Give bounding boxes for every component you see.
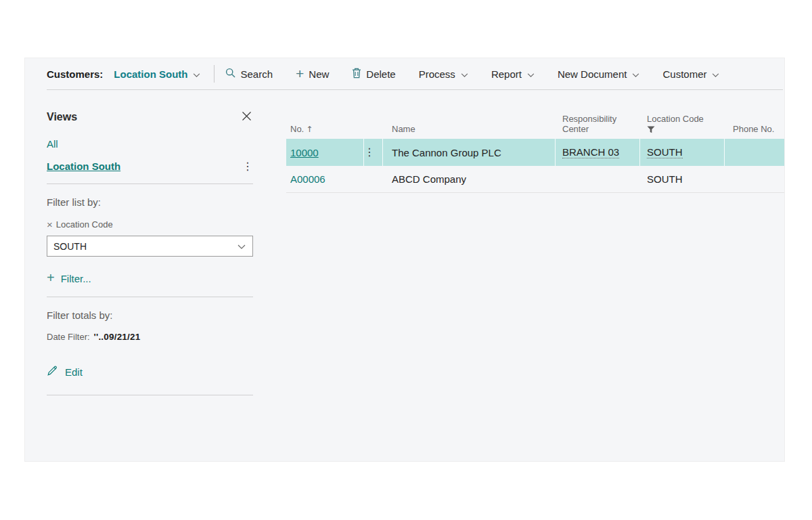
chevron-down-icon <box>238 241 246 252</box>
search-label: Search <box>241 68 273 80</box>
trash-icon <box>352 68 361 81</box>
chevron-down-icon <box>461 68 468 80</box>
new-label: New <box>309 68 329 80</box>
row-location-code-link[interactable]: SOUTH <box>647 146 683 158</box>
filter-value: SOUTH <box>53 241 87 252</box>
view-selector-dropdown[interactable]: Location South <box>114 68 200 80</box>
customer-menu-button[interactable]: Customer <box>662 68 719 80</box>
edit-label: Edit <box>65 366 83 378</box>
view-options-ellipsis-icon[interactable]: ⋮ <box>242 161 253 172</box>
search-button[interactable]: Search <box>225 68 273 81</box>
row-menu-ellipsis-icon[interactable]: ⋮ <box>364 147 375 158</box>
search-icon <box>225 68 236 81</box>
customers-list-card: Customers: Location South Search + New <box>24 58 785 462</box>
edit-filters-button[interactable]: Edit <box>47 365 253 378</box>
plus-icon: + <box>296 66 304 81</box>
sort-ascending-icon: ↑ <box>306 125 313 134</box>
delete-button[interactable]: Delete <box>352 68 395 81</box>
new-button[interactable]: + New <box>296 67 329 81</box>
views-title: Views <box>47 111 77 123</box>
view-item-location-south[interactable]: Location South <box>47 160 120 172</box>
report-label: Report <box>491 68 522 80</box>
add-filter-button[interactable]: + Filter... <box>47 272 253 285</box>
row-no-link[interactable]: A00006 <box>290 173 325 185</box>
row-no-link[interactable]: 10000 <box>290 147 319 158</box>
chevron-down-icon <box>527 68 535 80</box>
customer-label: Customer <box>662 68 706 80</box>
table-header-row: No.↑ Name Responsibility Center Location… <box>286 102 784 139</box>
column-header-name[interactable]: Name <box>383 124 556 134</box>
close-filter-pane-button[interactable] <box>240 110 253 125</box>
filter-list-by-label: Filter list by: <box>47 196 253 208</box>
row-name-cell: ABCD Company <box>383 173 556 185</box>
toolbar-actions: Search + New Delete Process Report <box>225 67 720 81</box>
row-phone-cell <box>725 139 784 166</box>
view-item-location-south-row: Location South ⋮ <box>47 160 253 172</box>
row-location-code-cell: SOUTH <box>640 173 725 185</box>
pane-divider <box>47 297 253 297</box>
date-filter-value: ''..09/21/21 <box>94 332 141 342</box>
action-toolbar: Customers: Location South Search + New <box>25 58 784 89</box>
process-label: Process <box>419 68 455 80</box>
view-selector-value: Location South <box>114 68 187 80</box>
toolbar-divider <box>214 65 215 83</box>
new-document-label: New Document <box>558 68 627 80</box>
close-icon <box>242 111 252 124</box>
row-name-cell: The Cannon Group PLC <box>383 139 556 166</box>
date-filter-row[interactable]: Date Filter:''..09/21/21 <box>47 332 253 342</box>
column-header-location-code[interactable]: Location Code <box>640 114 725 134</box>
customers-table: No.↑ Name Responsibility Center Location… <box>286 102 784 193</box>
filter-pane: Views All Location South ⋮ Filter list b… <box>47 107 253 395</box>
table-row[interactable]: A00006 ABCD Company SOUTH <box>286 166 784 193</box>
column-header-phone-no[interactable]: Phone No. <box>725 124 784 134</box>
process-menu-button[interactable]: Process <box>419 68 468 80</box>
column-header-responsibility-center[interactable]: Responsibility Center <box>556 114 640 134</box>
row-responsibility-center-link[interactable]: BRANCH 03 <box>562 146 619 158</box>
chevron-down-icon <box>712 68 719 80</box>
view-item-all[interactable]: All <box>47 138 253 150</box>
views-header: Views <box>47 107 253 127</box>
chevron-down-icon <box>193 68 200 80</box>
date-filter-label: Date Filter: <box>47 332 90 342</box>
column-header-no[interactable]: No.↑ <box>286 124 364 134</box>
filter-funnel-icon <box>647 125 725 134</box>
pane-divider <box>47 395 253 395</box>
add-filter-label: Filter... <box>61 273 91 284</box>
plus-icon: + <box>47 271 55 284</box>
filter-totals-by-label: Filter totals by: <box>47 309 253 321</box>
page-context-label: Customers: <box>47 68 103 80</box>
toolbar-bottom-rule <box>47 89 783 90</box>
remove-filter-icon[interactable]: × <box>47 219 53 230</box>
location-code-filter-tag: × Location Code <box>47 219 253 230</box>
pencil-icon <box>47 365 58 378</box>
report-menu-button[interactable]: Report <box>491 68 535 80</box>
table-row[interactable]: 10000 ⋮ The Cannon Group PLC BRANCH 03 S… <box>286 139 784 166</box>
location-code-filter-select[interactable]: SOUTH <box>47 236 253 257</box>
delete-label: Delete <box>366 68 395 80</box>
filter-field-label: Location Code <box>56 219 113 230</box>
new-document-menu-button[interactable]: New Document <box>558 68 640 80</box>
pane-divider <box>47 183 253 184</box>
chevron-down-icon <box>632 68 639 80</box>
